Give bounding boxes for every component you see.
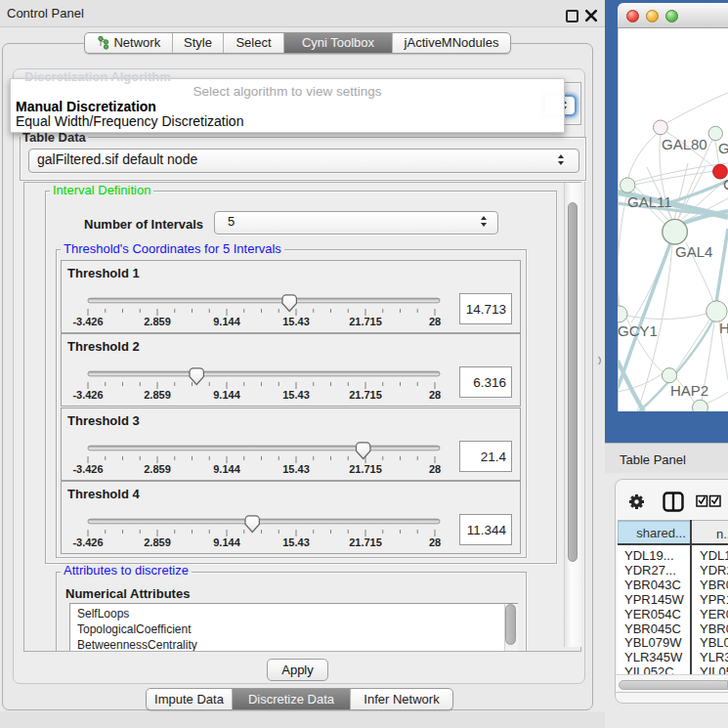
svg-text:15.43: 15.43	[282, 389, 310, 401]
svg-text:15.43: 15.43	[282, 463, 310, 475]
svg-text:H: H	[719, 320, 728, 336]
svg-text:GAL4: GAL4	[675, 243, 712, 260]
svg-text:HAP2: HAP2	[670, 382, 708, 399]
svg-text:28: 28	[429, 316, 441, 327]
svg-text:2.859: 2.859	[144, 463, 171, 475]
svg-text:9.144: 9.144	[213, 316, 240, 327]
svg-text:28: 28	[429, 463, 441, 475]
svg-text:G.: G.	[718, 140, 728, 156]
svg-text:2.859: 2.859	[144, 536, 171, 548]
svg-text:15.43: 15.43	[282, 536, 310, 548]
svg-text:9.144: 9.144	[213, 536, 240, 548]
svg-text:9.144: 9.144	[213, 463, 240, 475]
svg-text:GAL80: GAL80	[662, 136, 707, 152]
svg-text:21.715: 21.715	[349, 316, 382, 327]
svg-text:-3.426: -3.426	[72, 536, 103, 548]
svg-text:9.144: 9.144	[213, 389, 240, 401]
svg-text:28: 28	[429, 389, 441, 401]
svg-text:GAL11: GAL11	[627, 193, 672, 210]
svg-text:21.715: 21.715	[349, 389, 382, 401]
svg-text:-3.426: -3.426	[72, 463, 103, 475]
svg-text:15.43: 15.43	[282, 316, 310, 327]
svg-text:28: 28	[429, 536, 441, 548]
svg-text:C: C	[723, 176, 728, 193]
svg-text:21.715: 21.715	[349, 463, 382, 475]
svg-text:2.859: 2.859	[144, 389, 171, 401]
svg-text:2.859: 2.859	[144, 316, 171, 327]
svg-text:-3.426: -3.426	[72, 316, 103, 327]
svg-text:21.715: 21.715	[349, 536, 382, 548]
svg-text:-3.426: -3.426	[72, 389, 103, 401]
svg-text:GCY1: GCY1	[618, 322, 658, 339]
